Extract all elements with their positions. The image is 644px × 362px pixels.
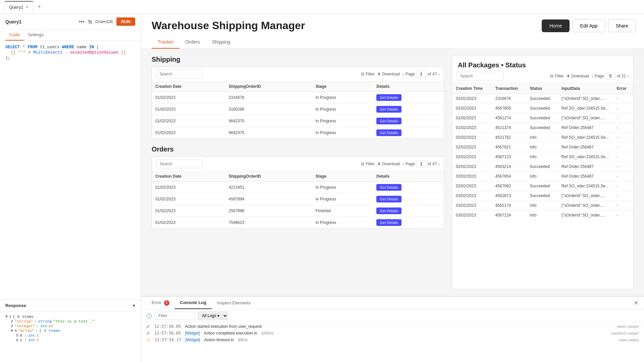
orders-pagination: ‹ Page of 47 › [402, 161, 440, 167]
packages-filter-button[interactable]: ⊟ Filter [550, 74, 564, 78]
clock-icon: 🕐 [146, 313, 152, 318]
packages-toolbar-right: ⊟ Filter ⬇ Download ‹ Page [550, 73, 629, 79]
col-error: Error [613, 83, 633, 94]
response-body: ▼ 1 { 8 items 2 "string" : string "this … [0, 312, 141, 362]
col-stage: Stage [312, 81, 373, 92]
orders-section: Orders ⊟ Filter ⬇ Downl [152, 145, 444, 229]
shipping-search-input[interactable] [156, 70, 203, 78]
orders-table: Creation Date ShippingOrderID Stage Deta… [152, 171, 444, 228]
filter-icon-3: ⊟ [550, 74, 553, 78]
edit-app-nav-button[interactable]: Edit App [572, 19, 605, 32]
tab-close-icon[interactable]: ✕ [25, 5, 29, 9]
table-row: 01/02/20232316676In ProgressGet Details [152, 92, 444, 104]
orders-page-input[interactable] [416, 161, 426, 167]
get-details-button[interactable]: Get Details [376, 94, 401, 101]
get-details-button[interactable]: Get Details [376, 196, 401, 202]
tab-code[interactable]: Code [5, 29, 24, 41]
table-row: 01/02/20234521374SucceededRef Order:2564… [452, 123, 633, 133]
table-row: 02/02/20234521782InfoRef SO_oder:234515.… [452, 133, 633, 142]
resp-line-3: ▼ 4 "array" : [ 5 items [5, 328, 135, 333]
bottom-tab-inspect[interactable]: Inspect Elements [212, 297, 256, 309]
tab-settings[interactable]: Settings [24, 29, 48, 41]
orders-toolbar: ⊟ Filter ⬇ Download ‹ Page [152, 157, 444, 171]
resp-line-5: 6 1 : int 2 [5, 338, 135, 342]
table-row: 01/02/20237548623In ProgressGet Details [152, 217, 444, 229]
packages-table: Creation Time Transaction Status InputDa… [452, 83, 633, 220]
app-col-left: Shipping ⊟ Filter ⬇ Dow [152, 56, 444, 289]
table-row: 01/02/20234567894In ProgressGet Details [152, 193, 444, 205]
console-filter-input[interactable] [155, 312, 195, 320]
packages-page-input[interactable] [605, 73, 615, 79]
packages-prev-page[interactable]: ‹ [592, 73, 593, 79]
tab-query1-label: Query1 [9, 5, 23, 10]
filter-icon-2: ⊟ [361, 162, 364, 166]
table-row: 02/02/20234567854InfoRef Order:256487- [452, 172, 633, 181]
get-details-button[interactable]: Get Details [376, 106, 401, 113]
left-panel-header: Query1 ••• 🐘 OrdersDB RUN [0, 14, 141, 29]
shipping-table-header: Creation Date ShippingOrderID Stage Deta… [152, 81, 444, 92]
shipping-download-button[interactable]: ⬇ Download [377, 72, 400, 76]
app-content: Shipping ⊟ Filter ⬇ Dow [141, 49, 644, 296]
packages-next-page[interactable]: › [627, 73, 629, 79]
code-tabs: Code Settings [0, 29, 141, 41]
packages-pagination: ‹ Page of 21 › [592, 73, 629, 79]
run-button[interactable]: RUN [116, 17, 135, 26]
shipping-next-page[interactable]: › [438, 71, 440, 77]
shipping-pagination: ‹ Page of 47 › [402, 71, 440, 77]
orders-next-page[interactable]: › [438, 161, 440, 167]
resp-line-1: 2 "string" : string "this is a test …" [5, 319, 135, 323]
get-details-button[interactable]: Get Details [376, 207, 401, 214]
orders-toolbar-right: ⊟ Filter ⬇ Download ‹ Page [361, 161, 440, 167]
code-line-1: SELECT * FROM t1_users WHERE name IN ( [5, 45, 135, 50]
shipping-page-input[interactable] [416, 71, 426, 77]
warn-icon: ⚠ [146, 337, 151, 343]
orders-prev-page[interactable]: ‹ [402, 161, 404, 167]
get-details-button[interactable]: Get Details [376, 219, 401, 226]
table-row: 02/02/20234567982SucceededRef SO_oder:23… [452, 181, 633, 191]
get-details-button[interactable]: Get Details [376, 129, 401, 136]
orders-title: Orders [152, 145, 444, 153]
orders-download-button[interactable]: ⬇ Download [377, 162, 400, 166]
app-tab-orders[interactable]: Orders [179, 36, 206, 49]
resp-line-0: ▼ 1 { 8 items [5, 314, 135, 319]
bottom-bar-close-button[interactable]: ✕ [634, 299, 639, 307]
col-shipping-order-id: ShippingOrderID [225, 81, 312, 92]
shipping-filter-button[interactable]: ⊟ Filter [361, 72, 375, 76]
more-options-icon[interactable]: ••• [79, 19, 85, 25]
ok-icon: ✔ [146, 324, 150, 329]
filter-icon: ⊟ [361, 72, 364, 76]
packages-search-input[interactable] [457, 72, 503, 80]
bottom-tab-console[interactable]: Console Log [175, 297, 212, 309]
collapse-icon[interactable]: ▾ [133, 303, 135, 308]
packages-download-button[interactable]: ⬇ Download [567, 74, 589, 78]
log-type-select[interactable]: All Logs ▾ [198, 311, 228, 320]
tab-add-button[interactable]: + [35, 2, 44, 12]
col-details-2: Details [373, 171, 444, 182]
bottom-tab-error[interactable]: Error 8 [146, 297, 175, 309]
col-input-data: InputData [558, 83, 613, 94]
get-details-button[interactable]: Get Details [376, 118, 401, 124]
bottom-tabs: Error 8 Console Log Inspect Elements ✕ [141, 297, 644, 309]
table-row: 02/02/20234567123InfoRef SO_oder:234515.… [452, 152, 633, 162]
app-tab-tracker[interactable]: Tracker [152, 36, 179, 49]
orders-filter-button[interactable]: ⊟ Filter [361, 162, 375, 166]
left-header-right: ••• 🐘 OrdersDB RUN [79, 17, 135, 26]
home-nav-button[interactable]: Home [542, 19, 570, 32]
col-details: Details [373, 81, 444, 92]
right-panel: Warehouse Shipping Manager Tracker Order… [141, 14, 644, 362]
tab-query1[interactable]: Query1 ✕ [4, 1, 34, 13]
table-row: 01/02/20234561274Succeeded{"sOrderId":SO… [452, 113, 633, 123]
db-label: OrdersDB [95, 19, 113, 24]
app-tab-shipping[interactable]: Shipping [206, 36, 236, 49]
orders-search-input[interactable] [156, 160, 203, 168]
packages-table-header: Creation Time Transaction Status InputDa… [452, 83, 633, 94]
app-header-wrapper: Warehouse Shipping Manager Tracker Order… [141, 14, 644, 49]
shipping-section: Shipping ⊟ Filter ⬇ Dow [152, 56, 444, 139]
share-nav-button[interactable]: Share [608, 19, 636, 32]
get-details-button[interactable]: Get Details [376, 184, 401, 191]
shipping-prev-page[interactable]: ‹ [402, 71, 404, 77]
shipping-toolbar: ⊟ Filter ⬇ Download ‹ Page [152, 67, 444, 81]
top-tab-bar: Query1 ✕ + [0, 0, 644, 14]
response-header[interactable]: Response ▾ [0, 300, 141, 312]
code-editor[interactable]: SELECT * FROM t1_users WHERE name IN ( {… [0, 41, 141, 299]
